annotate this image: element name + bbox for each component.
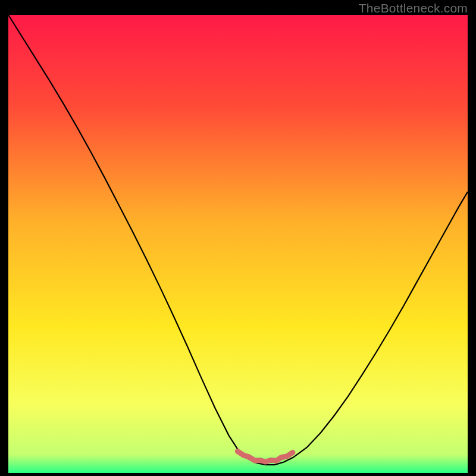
watermark-text: TheBottleneck.com — [359, 1, 468, 15]
gradient-background — [8, 15, 468, 473]
chart-frame — [8, 15, 468, 473]
bottleneck-chart — [8, 15, 468, 473]
